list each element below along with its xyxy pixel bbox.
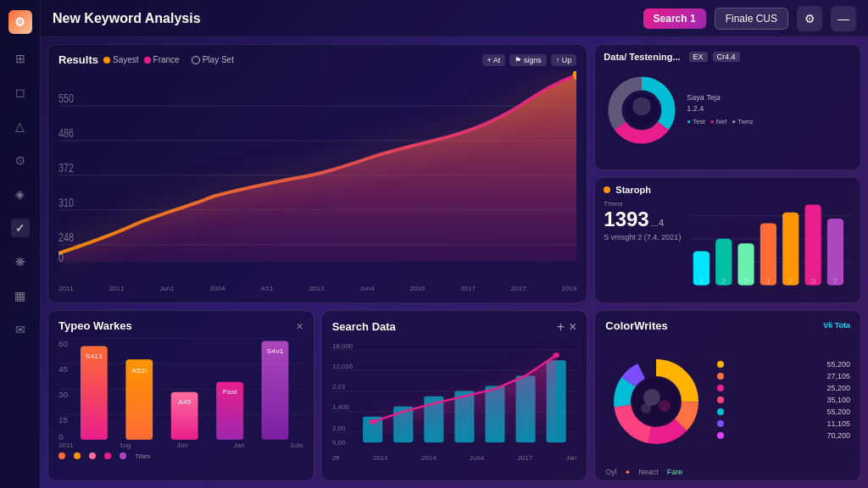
area-fill — [58, 75, 576, 262]
main-content: New Keyword Analysis Search 1 Finale CUS… — [41, 0, 868, 488]
svg-text:0: 0 — [58, 252, 64, 265]
legend-left-7 — [717, 432, 728, 439]
donut-sub: Saya Teja — [687, 93, 753, 102]
page-title: New Keyword Analysis — [53, 11, 635, 26]
sidebar-icon-table[interactable]: ▦ — [11, 286, 30, 305]
search-data-chart-area: 18,000 12,016 2,01 1,400 2,00 9,00 — [332, 340, 577, 462]
search-data-actions: + × — [557, 319, 577, 335]
svg-text:30: 30 — [58, 391, 68, 398]
stats-number-block: Thens 1393 ...4 S vmsght 2 (7.4, 2021) — [604, 200, 681, 286]
svg-text:3: 3 — [810, 276, 816, 285]
typeo-bar-5 — [262, 341, 289, 440]
sidebar: ⚙ ⊞ ◻ △ ⊙ ◈ ✓ ❋ ▦ ✉ — [0, 0, 41, 488]
color-writes-header: ColorWrites Vii Tota — [605, 319, 850, 332]
legend-item-5: 55,200 — [717, 408, 850, 416]
stats-card: Staroph Thens 1393 ...4 S vmsght 2 (7.4,… — [594, 177, 861, 303]
typeo-card: Typeo Warkes × 60 45 30 15 0 — [47, 310, 314, 481]
stats-number: 1393 — [604, 208, 648, 231]
svg-text:1: 1 — [765, 276, 771, 285]
svg-text:486: 486 — [58, 126, 74, 140]
svg-text:2: 2 — [788, 276, 794, 285]
action-signs[interactable]: ⚑ signs — [509, 54, 547, 66]
svg-text:2: 2 — [721, 276, 727, 285]
typeo-bottom-legend: Titles — [58, 452, 303, 460]
results-title: Results — [58, 53, 98, 66]
legend-value-2: 27,105 — [826, 372, 850, 380]
legend-value-6: 11,105 — [826, 419, 850, 428]
sidebar-logo[interactable]: ⚙ — [8, 10, 32, 34]
typeo-close[interactable]: × — [296, 319, 303, 333]
settings-icon-button[interactable]: ⚙ — [797, 6, 822, 31]
bottom-oyl: Oyl — [605, 468, 617, 476]
svg-text:12,016: 12,016 — [332, 363, 353, 369]
legend-france: France — [144, 55, 180, 64]
search1-button[interactable]: Search 1 — [643, 8, 706, 29]
search-data-x-labels: 2ft 2011 2014 Jun4 2017 Jan — [332, 454, 577, 462]
badge-cr: Cr4.4 — [713, 52, 740, 62]
stats-number-row: 1393 ...4 — [604, 208, 681, 231]
legend-item-3: 25,200 — [717, 384, 850, 392]
action-at[interactable]: + At — [482, 54, 506, 66]
donut-leg-test: ● Test — [687, 118, 705, 125]
data-listening-card: Data/ Testening... EX Cr4.4 — [594, 44, 861, 170]
action-up[interactable]: ↑ Up — [551, 54, 577, 66]
legend-item-4: 35,100 — [717, 396, 850, 404]
typeo-title: Typeo Warkes — [58, 319, 132, 332]
dashboard: Results Sayest France Play Set + At ⚑ si… — [41, 37, 868, 488]
legend-value-4: 35,100 — [826, 396, 850, 404]
typeo-chart-area: 60 45 30 15 0 — [58, 338, 303, 460]
svg-text:45: 45 — [58, 365, 68, 373]
svg-text:310: 310 — [58, 196, 74, 209]
svg-text:1,400: 1,400 — [332, 404, 349, 411]
search-data-card: Search Data + × — [321, 310, 588, 481]
sidebar-icon-grid[interactable]: ⊞ — [11, 49, 30, 68]
stats-label-top: Thens — [604, 200, 681, 208]
svg-text:Fast: Fast — [223, 389, 238, 396]
color-writes-total: Vii Tota — [823, 321, 850, 330]
sidebar-icon-square[interactable]: ◻ — [11, 83, 30, 102]
svg-text:1: 1 — [698, 276, 704, 285]
sidebar-icon-diamond[interactable]: ◈ — [11, 185, 30, 203]
svg-text:18,000: 18,000 — [332, 342, 353, 349]
svg-text:15: 15 — [58, 416, 68, 424]
bottom-neact: Neact — [638, 468, 659, 476]
finale-button[interactable]: Finale CUS — [715, 8, 788, 30]
sidebar-icon-flower[interactable]: ❋ — [11, 252, 30, 271]
color-writes-bottom: Oyl ● Neact Fare — [605, 468, 850, 476]
search-data-header: Search Data + × — [332, 319, 577, 335]
data-listening-title: Data/ Testening... — [604, 52, 680, 62]
legend-color-3 — [717, 385, 724, 391]
color-writes-donut-svg — [605, 351, 707, 452]
sidebar-icon-triangle[interactable]: △ — [11, 117, 30, 136]
legend-left-1 — [717, 361, 728, 368]
search-data-close[interactable]: × — [569, 319, 576, 335]
sidebar-icon-check[interactable]: ✓ — [11, 219, 30, 237]
svg-text:S411: S411 — [86, 352, 103, 359]
legend-dot-1 — [58, 452, 65, 459]
legend-title: Titles — [135, 452, 151, 460]
svg-text:7: 7 — [743, 276, 749, 285]
svg-text:7: 7 — [832, 276, 838, 285]
legend-left-4 — [717, 396, 728, 403]
glow-2 — [659, 400, 670, 412]
search-data-svg: 18,000 12,016 2,01 1,400 2,00 9,00 — [332, 340, 577, 452]
sd-area — [372, 355, 556, 442]
stats-title: Staroph — [615, 185, 651, 195]
collapse-icon-button[interactable]: — — [831, 6, 856, 31]
sidebar-icon-mail[interactable]: ✉ — [11, 320, 30, 339]
color-writes-content: 55,200 27,105 25,200 — [605, 337, 850, 466]
stats-sub: S vmsght 2 (7.4, 2021) — [604, 233, 681, 241]
donut-labels: Saya Teja 1.2.4 ● Test ● Nef ● Twnz — [687, 93, 753, 128]
legend-left-6 — [717, 420, 728, 427]
bottom-dot: ● — [626, 468, 630, 476]
typeo-x-labels: 2011 1ug Jun Jan 2uts — [58, 441, 303, 449]
legend-dot-2 — [74, 452, 81, 459]
bar-7 — [827, 219, 843, 286]
france-dot — [144, 57, 151, 64]
sidebar-icon-circle[interactable]: ⊙ — [11, 151, 30, 169]
stats-card-header: Staroph — [604, 185, 852, 195]
svg-text:9,00: 9,00 — [332, 439, 345, 446]
search-data-add[interactable]: + — [557, 319, 565, 335]
legend-item-2: 27,105 — [717, 372, 850, 380]
legend-dot-3 — [89, 452, 96, 459]
